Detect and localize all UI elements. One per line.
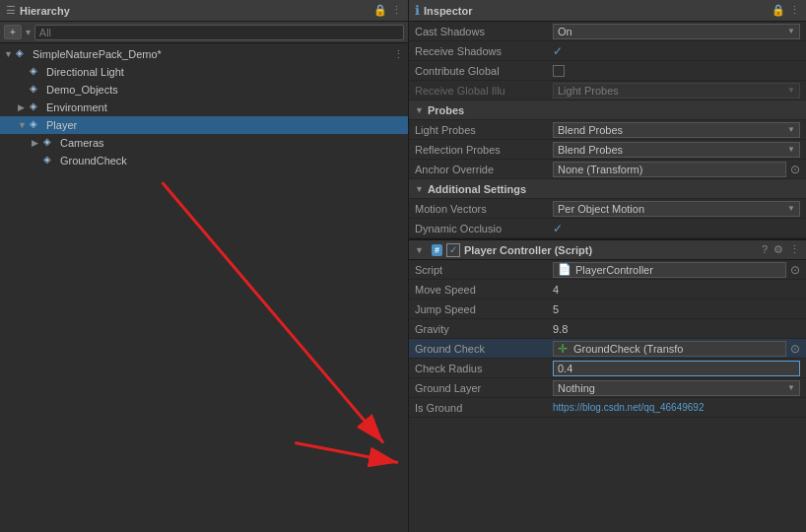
- tree-label-environment: Environment: [46, 101, 107, 113]
- tree-label-directional: Directional Light: [46, 66, 124, 78]
- tree-label-simple: SimpleNaturePack_Demo*: [33, 48, 162, 60]
- more-icon[interactable]: ⋮: [391, 4, 402, 17]
- motion-vectors-dropdown[interactable]: Per Object Motion ▼: [553, 201, 800, 217]
- move-speed-value: 4: [553, 284, 800, 296]
- ground-check-picker[interactable]: ⊙: [790, 342, 800, 356]
- tree-label-player: Player: [46, 119, 77, 131]
- check-radius-input[interactable]: [553, 361, 800, 376]
- contribute-global-checkbox[interactable]: [553, 65, 565, 77]
- tree-item-cameras[interactable]: ▶ ◈ Cameras: [0, 134, 408, 152]
- ground-check-value: ✛ GroundCheck (Transfo ⊙: [553, 341, 800, 357]
- dropdown-arrow4: ▼: [787, 145, 795, 154]
- receive-global-row: Receive Global Illu Light Probes ▼: [409, 81, 806, 100]
- check-radius-value: [553, 361, 800, 376]
- anchor-override-field[interactable]: None (Transform): [553, 162, 786, 177]
- check-radius-row: Check Radius: [409, 359, 806, 378]
- receive-global-value: Light Probes ▼: [553, 83, 800, 99]
- cast-shadows-row: Cast Shadows On ▼: [409, 22, 806, 41]
- gameobject-icon-simple: ◈: [16, 47, 30, 61]
- jump-speed-label: Jump Speed: [415, 303, 553, 315]
- probes-section-arrow: ▼: [415, 105, 424, 115]
- gravity-label: Gravity: [415, 323, 553, 335]
- tree-item-simple[interactable]: ▼ ◈ SimpleNaturePack_Demo* ⋮: [0, 45, 408, 63]
- reflection-probes-row: Reflection Probes Blend Probes ▼: [409, 140, 806, 160]
- cast-shadows-label: Cast Shadows: [415, 26, 553, 37]
- arrow-right: ▾: [26, 27, 31, 37]
- script-value: 📄 PlayerController ⊙: [553, 262, 800, 278]
- is-ground-value: https://blog.csdn.net/qq_46649692: [553, 402, 800, 413]
- inspector-info-icon[interactable]: ℹ: [415, 3, 420, 18]
- dynamic-occlusion-check[interactable]: ✓: [553, 222, 563, 235]
- script-section-title: Player Controller (Script): [464, 244, 758, 256]
- script-picker[interactable]: ⊙: [790, 263, 800, 277]
- gameobject-icon-player: ◈: [30, 118, 43, 132]
- gameobject-icon-demo: ◈: [30, 83, 43, 97]
- inspector-content: Cast Shadows On ▼ Receive Shadows ✓ Cont…: [409, 22, 806, 532]
- tree-item-groundcheck[interactable]: ◈ GroundCheck: [0, 152, 408, 169]
- ground-layer-label: Ground Layer: [415, 382, 553, 394]
- move-icon: ✛: [558, 342, 568, 356]
- dynamic-occlusion-value: ✓: [553, 222, 800, 235]
- receive-shadows-label: Receive Shadows: [415, 45, 553, 57]
- light-probes-label: Light Probes: [415, 124, 553, 136]
- additional-section-arrow: ▼: [415, 184, 424, 194]
- reflection-probes-label: Reflection Probes: [415, 144, 553, 156]
- inspector-lock-icon[interactable]: 🔒: [772, 4, 785, 17]
- script-help-icon[interactable]: ?: [762, 243, 768, 256]
- search-input[interactable]: [34, 25, 404, 40]
- light-probes-dropdown[interactable]: Blend Probes ▼: [553, 122, 800, 138]
- check-radius-label: Check Radius: [415, 363, 553, 374]
- gravity-row: Gravity 9.8: [409, 319, 806, 339]
- script-enable-checkbox[interactable]: ✓: [446, 243, 460, 257]
- add-button[interactable]: +: [4, 25, 22, 39]
- gravity-value: 9.8: [553, 323, 800, 335]
- script-hash-icon: #: [432, 244, 442, 256]
- script-settings-icon[interactable]: ⚙: [773, 243, 783, 256]
- tree-arrow-simple: ▼: [4, 49, 16, 59]
- tree-item-player[interactable]: ▼ ◈ Player: [0, 116, 408, 134]
- light-probes-row: Light Probes Blend Probes ▼: [409, 120, 806, 140]
- ground-check-row: Ground Check ✛ GroundCheck (Transfo ⊙: [409, 339, 806, 359]
- tree-item-directional[interactable]: ◈ Directional Light: [0, 63, 408, 81]
- item-menu-simple[interactable]: ⋮: [393, 48, 404, 61]
- receive-global-dropdown[interactable]: Light Probes ▼: [553, 83, 800, 99]
- inspector-header: ℹ Inspector 🔒 ⋮: [409, 0, 806, 22]
- contribute-global-value: [553, 65, 800, 77]
- gameobject-icon-environment: ◈: [30, 100, 43, 114]
- tree-arrow-environment: ▶: [18, 102, 30, 112]
- cast-shadows-value: On ▼: [553, 24, 800, 39]
- script-row: Script 📄 PlayerController ⊙: [409, 260, 806, 280]
- hierarchy-header: ☰ Hierarchy 🔒 ⋮: [0, 0, 408, 22]
- hierarchy-panel: ☰ Hierarchy 🔒 ⋮ + ▾ ▼ ◈ SimpleNaturePack…: [0, 0, 409, 532]
- anchor-override-row: Anchor Override None (Transform) ⊙: [409, 160, 806, 179]
- script-more-icon[interactable]: ⋮: [789, 243, 800, 256]
- reflection-probes-dropdown[interactable]: Blend Probes ▼: [553, 142, 800, 158]
- tree-label-groundcheck: GroundCheck: [60, 155, 127, 166]
- dynamic-occlusion-row: Dynamic Occlusio ✓: [409, 219, 806, 238]
- script-label: Script: [415, 264, 553, 276]
- dropdown-arrow6: ▼: [787, 383, 795, 392]
- receive-shadows-value: ✓: [553, 44, 800, 58]
- is-ground-label: Is Ground: [415, 402, 553, 414]
- script-field[interactable]: 📄 PlayerController: [553, 262, 786, 278]
- reflection-probes-value: Blend Probes ▼: [553, 142, 800, 158]
- additional-settings-header[interactable]: ▼ Additional Settings: [409, 179, 806, 199]
- dynamic-occlusion-label: Dynamic Occlusio: [415, 223, 553, 234]
- ground-layer-dropdown[interactable]: Nothing ▼: [553, 380, 800, 396]
- inspector-panel: ℹ Inspector 🔒 ⋮ Cast Shadows On ▼ Receiv…: [409, 0, 806, 532]
- tree-item-demo[interactable]: ◈ Demo_Objects: [0, 81, 408, 99]
- anchor-override-picker[interactable]: ⊙: [790, 163, 800, 176]
- hierarchy-title: Hierarchy: [20, 5, 369, 17]
- probes-section-header[interactable]: ▼ Probes: [409, 100, 806, 120]
- ground-check-field[interactable]: ✛ GroundCheck (Transfo: [553, 341, 786, 357]
- hierarchy-menu-icon[interactable]: ☰: [6, 4, 16, 17]
- lock-icon[interactable]: 🔒: [373, 4, 387, 17]
- inspector-more-icon[interactable]: ⋮: [789, 4, 800, 17]
- anchor-override-value: None (Transform) ⊙: [553, 162, 800, 177]
- hierarchy-toolbar: + ▾: [0, 22, 408, 43]
- script-header-icons: ? ⚙ ⋮: [762, 243, 800, 256]
- cast-shadows-dropdown[interactable]: On ▼: [553, 24, 800, 39]
- tree-item-environment[interactable]: ▶ ◈ Environment: [0, 99, 408, 116]
- additional-section-label: Additional Settings: [428, 183, 526, 195]
- receive-shadows-check[interactable]: ✓: [553, 44, 563, 58]
